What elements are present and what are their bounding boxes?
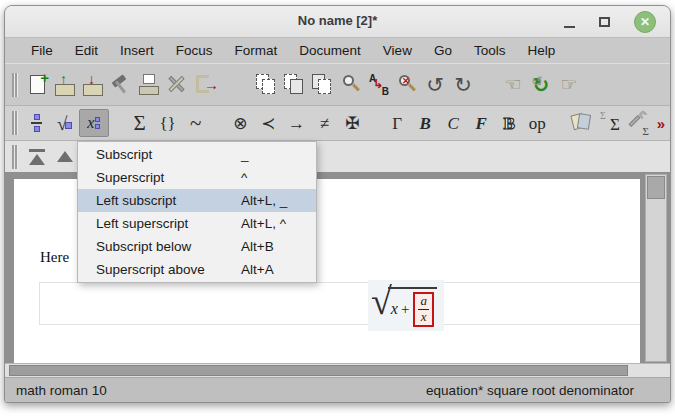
calligraphic-button[interactable]: C: [439, 109, 467, 137]
menu-item-subscript-below[interactable]: Subscript below Alt+B: [78, 235, 316, 258]
toolbar-overflow-button[interactable]: »: [652, 109, 670, 137]
fraction-icon: [31, 114, 42, 132]
toolbar-drag-handle[interactable]: [12, 145, 17, 169]
paste-button[interactable]: [281, 71, 309, 99]
focus-up-button[interactable]: [51, 143, 79, 171]
menu-item-left-subscript[interactable]: Left subscript Alt+L, _: [78, 189, 316, 212]
search-button[interactable]: [337, 71, 365, 99]
back-button[interactable]: ☜: [499, 71, 527, 99]
menu-item-superscript-above[interactable]: Superscript above Alt+A: [78, 258, 316, 281]
replace-button[interactable]: A ↳ B: [365, 71, 393, 99]
menubar: File Edit Insert Focus Format Document V…: [5, 38, 670, 63]
accent-button[interactable]: ~: [182, 109, 210, 137]
close-document-button[interactable]: →: [191, 71, 219, 99]
down-arrow-icon: ↓: [88, 71, 95, 87]
equation[interactable]: √ x + a x: [368, 280, 444, 331]
minimize-button[interactable]: [564, 26, 575, 28]
maximize-button[interactable]: [599, 17, 610, 27]
statusbar: math roman 10 equation* square root deno…: [5, 377, 670, 402]
menu-item-superscript[interactable]: Superscript ^: [78, 166, 316, 189]
reload-button[interactable]: ↺ ↻: [527, 71, 555, 99]
sigma-style-button[interactable]: Σ Σ: [596, 109, 624, 137]
titlebar[interactable]: No name [2]* ✕: [5, 6, 670, 38]
vertical-scrollbar[interactable]: [645, 174, 667, 362]
arrow-button[interactable]: →: [282, 109, 310, 137]
style-button[interactable]: [107, 71, 135, 99]
chevron-overflow-icon: »: [657, 115, 665, 132]
menu-go[interactable]: Go: [423, 43, 463, 58]
bold-b-icon: B: [420, 115, 431, 132]
greek-letter-button[interactable]: Γ: [383, 109, 411, 137]
sum-icon: Σ: [133, 113, 145, 134]
insert-pages-button[interactable]: [568, 109, 596, 137]
menu-file[interactable]: File: [20, 43, 64, 58]
miscellaneous-symbol-button[interactable]: ✠: [338, 109, 366, 137]
square-root-button[interactable]: √: [51, 109, 79, 137]
preferences-button[interactable]: [163, 71, 191, 99]
toolbar-drag-handle[interactable]: [12, 111, 17, 135]
braces-icon: {}: [159, 115, 175, 132]
operator-button[interactable]: op: [523, 109, 551, 137]
back-hand-icon: ☜: [504, 75, 521, 94]
copy-button[interactable]: [253, 71, 281, 99]
big-operator-button[interactable]: Σ: [126, 109, 154, 137]
open-file-button[interactable]: ↑: [51, 71, 79, 99]
menu-tools[interactable]: Tools: [463, 43, 517, 58]
menu-item-subscript[interactable]: Subscript _: [78, 143, 316, 166]
up-arrow-icon: ↑: [60, 71, 67, 87]
script-icon: x: [87, 114, 94, 132]
fraction-denominator: x: [418, 309, 429, 325]
menu-help[interactable]: Help: [516, 43, 566, 58]
otimes-icon: ⊗: [233, 115, 247, 132]
script-button-pressed[interactable]: x: [79, 109, 109, 137]
equation-row[interactable]: √ x + a x: [39, 282, 640, 325]
printer-page: [143, 74, 155, 84]
blackboard-bold-button[interactable]: B: [495, 109, 523, 137]
fraction-button[interactable]: [23, 109, 51, 137]
jump-to-top-button[interactable]: [23, 143, 51, 171]
save-file-button[interactable]: ↓: [79, 71, 107, 99]
focused-fraction[interactable]: a x: [413, 292, 434, 327]
redo-button[interactable]: ↻: [449, 71, 477, 99]
square-root-expression: √ x + a x: [371, 283, 437, 327]
sigma-style-icon: Σ: [600, 110, 606, 121]
fraktur-button[interactable]: F: [467, 109, 495, 137]
relation-button[interactable]: ≺: [254, 109, 282, 137]
menu-focus[interactable]: Focus: [165, 43, 224, 58]
math-preferences-button[interactable]: Σ: [624, 109, 652, 137]
close-button[interactable]: ✕: [634, 11, 656, 33]
menu-view[interactable]: View: [372, 43, 423, 58]
gamma-icon: Γ: [392, 115, 402, 132]
spell-check-button[interactable]: ✕: [393, 71, 421, 99]
main-toolbar: + ↑ ↓ →: [5, 63, 670, 105]
redo-icon: ↻: [454, 74, 472, 95]
menu-item-left-superscript[interactable]: Left superscript Alt+L, ^: [78, 212, 316, 235]
calligraphic-c-icon: C: [448, 115, 459, 132]
menu-document[interactable]: Document: [288, 43, 372, 58]
menu-edit[interactable]: Edit: [64, 43, 109, 58]
script-dropdown-menu: Subscript _ Superscript ^ Left subscript…: [77, 141, 317, 283]
binary-operator-button[interactable]: ⊗: [226, 109, 254, 137]
paragraph-text[interactable]: Here: [40, 249, 69, 266]
bold-letter-button[interactable]: B: [411, 109, 439, 137]
negation-button[interactable]: ≠: [310, 109, 338, 137]
plus-badge: +: [40, 69, 49, 86]
horizontal-scrollbar[interactable]: [5, 363, 670, 377]
menu-insert[interactable]: Insert: [109, 43, 165, 58]
brackets-button[interactable]: {}: [154, 109, 182, 137]
texmacs-window: No name [2]* ✕ File Edit Insert Focus Fo…: [4, 5, 671, 403]
new-document-button[interactable]: +: [23, 71, 51, 99]
menu-format[interactable]: Format: [224, 43, 289, 58]
fraction-numerator: a: [418, 294, 429, 309]
undo-button[interactable]: ↺: [421, 71, 449, 99]
vertical-scrollbar-thumb[interactable]: [647, 176, 665, 199]
print-button[interactable]: [135, 71, 163, 99]
tilde-icon: ~: [190, 113, 201, 134]
horizontal-scrollbar-thumb[interactable]: [9, 365, 628, 376]
toolbar-drag-handle[interactable]: [12, 73, 17, 97]
forward-hand-icon: ☞: [560, 75, 577, 94]
cut-button[interactable]: [309, 71, 337, 99]
reload-icon: ↺: [531, 74, 543, 88]
forward-button[interactable]: ☞: [555, 71, 583, 99]
jump-to-top-icon: [29, 149, 45, 165]
